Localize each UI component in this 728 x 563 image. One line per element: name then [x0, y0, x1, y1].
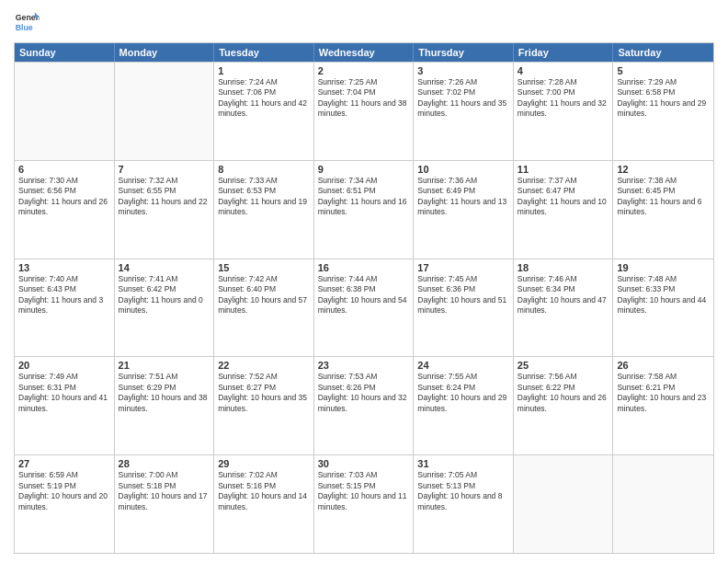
day-number: 29 [218, 458, 310, 469]
cell-content: Sunrise: 7:45 AM Sunset: 6:36 PM Dayligh… [417, 274, 509, 316]
cell-content: Sunrise: 7:46 AM Sunset: 6:34 PM Dayligh… [518, 274, 609, 316]
page-container: General Blue SundayMondayTuesdayWednesda… [0, 0, 728, 563]
calendar-cell: 24Sunrise: 7:55 AM Sunset: 6:24 PM Dayli… [414, 357, 514, 454]
calendar-cell: 1Sunrise: 7:24 AM Sunset: 7:06 PM Daylig… [214, 63, 314, 160]
calendar-header-cell: Monday [115, 43, 215, 62]
calendar-cell: 29Sunrise: 7:02 AM Sunset: 5:16 PM Dayli… [214, 455, 314, 553]
calendar-row: 20Sunrise: 7:49 AM Sunset: 6:31 PM Dayli… [15, 356, 713, 454]
calendar-header-cell: Thursday [414, 43, 514, 62]
cell-content: Sunrise: 7:28 AM Sunset: 7:00 PM Dayligh… [518, 77, 609, 120]
calendar-cell [15, 63, 115, 160]
cell-content: Sunrise: 7:34 AM Sunset: 6:51 PM Dayligh… [318, 176, 410, 218]
day-number: 28 [119, 458, 210, 469]
calendar-cell: 13Sunrise: 7:40 AM Sunset: 6:43 PM Dayli… [15, 259, 115, 357]
day-number: 16 [318, 262, 410, 273]
day-number: 4 [518, 65, 609, 76]
day-number: 12 [617, 164, 710, 175]
day-number: 30 [318, 458, 410, 469]
calendar-cell: 6Sunrise: 7:30 AM Sunset: 6:56 PM Daylig… [15, 161, 115, 259]
cell-content: Sunrise: 7:24 AM Sunset: 7:06 PM Dayligh… [218, 77, 310, 120]
day-number: 11 [518, 164, 609, 175]
calendar-cell: 12Sunrise: 7:38 AM Sunset: 6:45 PM Dayli… [613, 161, 713, 259]
calendar-cell: 31Sunrise: 7:05 AM Sunset: 5:13 PM Dayli… [414, 455, 514, 553]
calendar-cell: 10Sunrise: 7:36 AM Sunset: 6:49 PM Dayli… [414, 161, 514, 259]
calendar-cell: 27Sunrise: 6:59 AM Sunset: 5:19 PM Dayli… [15, 455, 115, 553]
calendar-cell: 16Sunrise: 7:44 AM Sunset: 6:38 PM Dayli… [314, 259, 415, 357]
calendar-header-cell: Saturday [613, 43, 713, 62]
calendar-cell [613, 455, 713, 553]
cell-content: Sunrise: 7:49 AM Sunset: 6:31 PM Dayligh… [18, 372, 110, 414]
calendar-cell: 21Sunrise: 7:51 AM Sunset: 6:29 PM Dayli… [115, 357, 215, 454]
calendar-cell: 19Sunrise: 7:48 AM Sunset: 6:33 PM Dayli… [613, 259, 713, 357]
calendar-cell: 3Sunrise: 7:26 AM Sunset: 7:02 PM Daylig… [414, 63, 514, 160]
day-number: 1 [218, 65, 310, 76]
day-number: 15 [218, 262, 310, 273]
cell-content: Sunrise: 7:29 AM Sunset: 6:58 PM Dayligh… [617, 77, 710, 120]
calendar-cell: 15Sunrise: 7:42 AM Sunset: 6:40 PM Dayli… [214, 259, 314, 357]
calendar-cell: 9Sunrise: 7:34 AM Sunset: 6:51 PM Daylig… [314, 161, 415, 259]
logo-icon: General Blue [14, 9, 40, 35]
calendar-cell: 28Sunrise: 7:00 AM Sunset: 5:18 PM Dayli… [115, 455, 215, 553]
day-number: 13 [18, 262, 110, 273]
calendar-row: 27Sunrise: 6:59 AM Sunset: 5:19 PM Dayli… [15, 454, 713, 553]
day-number: 7 [119, 164, 210, 175]
day-number: 20 [18, 360, 110, 371]
day-number: 27 [18, 458, 110, 469]
calendar-cell: 25Sunrise: 7:56 AM Sunset: 6:22 PM Dayli… [514, 357, 614, 454]
calendar-cell: 14Sunrise: 7:41 AM Sunset: 6:42 PM Dayli… [115, 259, 215, 357]
day-number: 19 [617, 262, 710, 273]
cell-content: Sunrise: 7:33 AM Sunset: 6:53 PM Dayligh… [218, 176, 310, 218]
logo: General Blue [14, 9, 43, 35]
calendar-cell: 30Sunrise: 7:03 AM Sunset: 5:15 PM Dayli… [314, 455, 415, 553]
calendar: SundayMondayTuesdayWednesdayThursdayFrid… [14, 42, 714, 554]
calendar-cell: 18Sunrise: 7:46 AM Sunset: 6:34 PM Dayli… [514, 259, 614, 357]
calendar-row: 13Sunrise: 7:40 AM Sunset: 6:43 PM Dayli… [15, 259, 713, 357]
calendar-body: 1Sunrise: 7:24 AM Sunset: 7:06 PM Daylig… [15, 62, 713, 553]
cell-content: Sunrise: 7:32 AM Sunset: 6:55 PM Dayligh… [119, 176, 210, 218]
cell-content: Sunrise: 7:26 AM Sunset: 7:02 PM Dayligh… [417, 77, 509, 120]
cell-content: Sunrise: 7:03 AM Sunset: 5:15 PM Dayligh… [318, 470, 410, 512]
cell-content: Sunrise: 7:53 AM Sunset: 6:26 PM Dayligh… [318, 372, 410, 414]
calendar-cell: 11Sunrise: 7:37 AM Sunset: 6:47 PM Dayli… [514, 161, 614, 259]
cell-content: Sunrise: 7:00 AM Sunset: 5:18 PM Dayligh… [119, 470, 210, 512]
day-number: 6 [18, 164, 110, 175]
calendar-row: 6Sunrise: 7:30 AM Sunset: 6:56 PM Daylig… [15, 160, 713, 259]
calendar-cell: 20Sunrise: 7:49 AM Sunset: 6:31 PM Dayli… [15, 357, 115, 454]
calendar-cell [514, 455, 614, 553]
calendar-header-cell: Tuesday [214, 43, 314, 62]
day-number: 5 [617, 65, 710, 76]
day-number: 8 [218, 164, 310, 175]
calendar-cell: 2Sunrise: 7:25 AM Sunset: 7:04 PM Daylig… [314, 63, 415, 160]
day-number: 26 [617, 360, 710, 371]
day-number: 9 [318, 164, 410, 175]
calendar-cell: 22Sunrise: 7:52 AM Sunset: 6:27 PM Dayli… [214, 357, 314, 454]
day-number: 3 [417, 65, 509, 76]
day-number: 31 [417, 458, 509, 469]
cell-content: Sunrise: 7:05 AM Sunset: 5:13 PM Dayligh… [417, 470, 509, 512]
cell-content: Sunrise: 7:41 AM Sunset: 6:42 PM Dayligh… [119, 274, 210, 316]
cell-content: Sunrise: 7:40 AM Sunset: 6:43 PM Dayligh… [18, 274, 110, 316]
calendar-header-cell: Wednesday [314, 43, 415, 62]
day-number: 10 [417, 164, 509, 175]
calendar-header-row: SundayMondayTuesdayWednesdayThursdayFrid… [15, 43, 713, 62]
day-number: 21 [119, 360, 210, 371]
calendar-cell: 5Sunrise: 7:29 AM Sunset: 6:58 PM Daylig… [613, 63, 713, 160]
cell-content: Sunrise: 7:58 AM Sunset: 6:21 PM Dayligh… [617, 372, 710, 414]
calendar-header-cell: Friday [514, 43, 614, 62]
cell-content: Sunrise: 7:44 AM Sunset: 6:38 PM Dayligh… [318, 274, 410, 316]
calendar-cell: 4Sunrise: 7:28 AM Sunset: 7:00 PM Daylig… [514, 63, 614, 160]
calendar-row: 1Sunrise: 7:24 AM Sunset: 7:06 PM Daylig… [15, 62, 713, 160]
calendar-cell: 23Sunrise: 7:53 AM Sunset: 6:26 PM Dayli… [314, 357, 415, 454]
cell-content: Sunrise: 7:02 AM Sunset: 5:16 PM Dayligh… [218, 470, 310, 512]
calendar-cell: 7Sunrise: 7:32 AM Sunset: 6:55 PM Daylig… [115, 161, 215, 259]
day-number: 14 [119, 262, 210, 273]
day-number: 18 [518, 262, 609, 273]
cell-content: Sunrise: 7:25 AM Sunset: 7:04 PM Dayligh… [318, 77, 410, 120]
cell-content: Sunrise: 7:48 AM Sunset: 6:33 PM Dayligh… [617, 274, 710, 316]
cell-content: Sunrise: 7:51 AM Sunset: 6:29 PM Dayligh… [119, 372, 210, 414]
cell-content: Sunrise: 7:37 AM Sunset: 6:47 PM Dayligh… [518, 176, 609, 218]
cell-content: Sunrise: 7:30 AM Sunset: 6:56 PM Dayligh… [18, 176, 110, 218]
day-number: 23 [318, 360, 410, 371]
cell-content: Sunrise: 7:38 AM Sunset: 6:45 PM Dayligh… [617, 176, 710, 218]
day-number: 22 [218, 360, 310, 371]
